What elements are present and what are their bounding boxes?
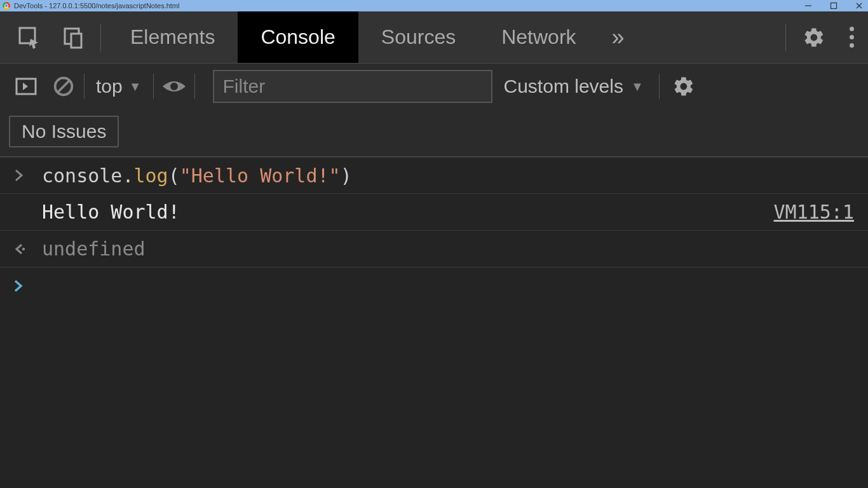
code-paren: ) bbox=[341, 165, 352, 187]
svg-rect-1 bbox=[831, 3, 837, 9]
filter-input[interactable] bbox=[213, 70, 492, 103]
console-return-row: undefined bbox=[0, 231, 868, 268]
console-output: console.log("Hello World!") Hello World!… bbox=[0, 157, 868, 304]
return-value: undefined bbox=[42, 238, 146, 260]
return-chevron-icon bbox=[14, 243, 42, 255]
code-string: "Hello World!" bbox=[180, 165, 341, 187]
svg-rect-6 bbox=[71, 34, 81, 48]
svg-line-9 bbox=[58, 81, 70, 93]
prompt-chevron-icon bbox=[14, 280, 42, 292]
tab-sources[interactable]: Sources bbox=[358, 11, 478, 63]
divider bbox=[785, 24, 786, 51]
kebab-menu-icon[interactable] bbox=[836, 27, 868, 48]
close-button[interactable] bbox=[855, 2, 865, 10]
source-link[interactable]: VM115:1 bbox=[774, 201, 854, 223]
window-titlebar: DevTools - 127.0.0.1:5500/notes/javascri… bbox=[0, 0, 868, 11]
tab-elements[interactable]: Elements bbox=[107, 11, 238, 63]
tab-console[interactable]: Console bbox=[238, 11, 358, 63]
dropdown-triangle-icon: ▼ bbox=[631, 79, 644, 94]
divider bbox=[153, 74, 154, 99]
divider bbox=[100, 24, 101, 51]
issues-bar: No Issues bbox=[0, 109, 868, 157]
log-levels-select[interactable]: Custom levels ▼ bbox=[504, 76, 644, 97]
window-title: DevTools - 127.0.0.1:5500/notes/javascri… bbox=[14, 2, 804, 10]
console-settings-gear-icon[interactable] bbox=[670, 72, 698, 100]
live-expression-eye-icon[interactable] bbox=[160, 72, 188, 100]
inspect-element-icon[interactable] bbox=[8, 11, 51, 63]
chrome-logo-icon bbox=[3, 2, 10, 10]
context-label: top bbox=[96, 76, 123, 97]
svg-point-10 bbox=[170, 83, 178, 90]
divider bbox=[84, 74, 85, 99]
settings-gear-icon[interactable] bbox=[792, 11, 836, 63]
log-message: Hello World! bbox=[42, 201, 774, 223]
code-object: console bbox=[42, 165, 122, 187]
console-toolbar: top ▼ Custom levels ▼ bbox=[0, 64, 868, 109]
more-tabs-icon[interactable]: » bbox=[612, 24, 621, 51]
console-log-row: Hello World! VM115:1 bbox=[0, 194, 868, 231]
execution-context-select[interactable]: top ▼ bbox=[91, 76, 147, 97]
dropdown-triangle-icon: ▼ bbox=[129, 79, 142, 94]
window-controls bbox=[804, 2, 865, 10]
no-issues-badge[interactable]: No Issues bbox=[9, 116, 119, 147]
clear-console-icon[interactable] bbox=[50, 72, 78, 100]
levels-label: Custom levels bbox=[504, 76, 623, 97]
minimize-button[interactable] bbox=[804, 2, 815, 10]
input-chevron-icon bbox=[14, 169, 42, 182]
code-method: log bbox=[134, 165, 168, 187]
divider bbox=[194, 74, 195, 99]
svg-point-11 bbox=[22, 247, 25, 250]
devtools-tabstrip: Elements Console Sources Network » bbox=[0, 11, 868, 64]
code-paren: ( bbox=[168, 165, 180, 187]
maximize-button[interactable] bbox=[830, 2, 840, 10]
divider bbox=[659, 74, 660, 99]
console-prompt-row[interactable] bbox=[0, 268, 868, 304]
device-toolbar-icon[interactable] bbox=[51, 11, 94, 63]
toggle-sidebar-icon[interactable] bbox=[11, 72, 39, 100]
code-dot: . bbox=[122, 165, 133, 187]
tab-network[interactable]: Network bbox=[478, 11, 599, 63]
console-input-code: console.log("Hello World!") bbox=[42, 165, 352, 187]
console-input-row: console.log("Hello World!") bbox=[0, 157, 868, 194]
